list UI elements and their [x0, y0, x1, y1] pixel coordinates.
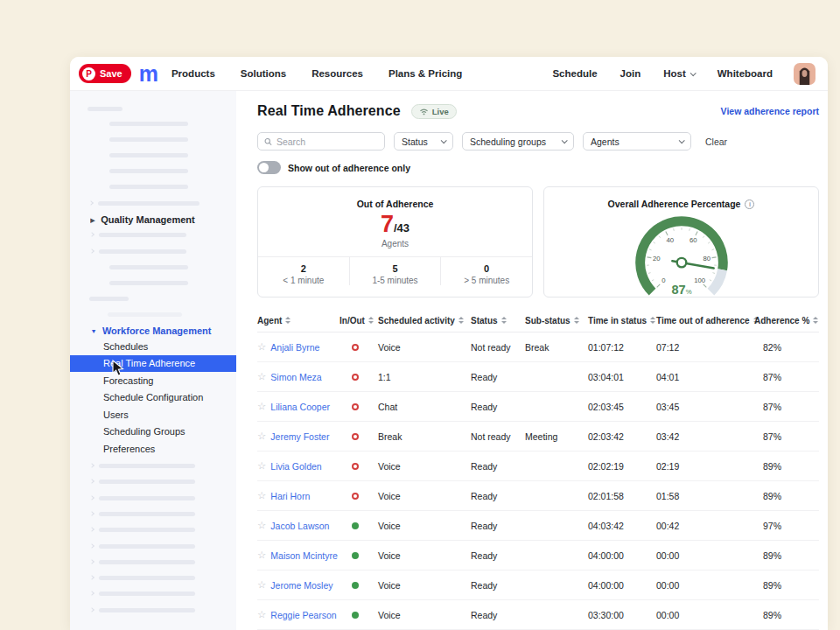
nav-item-products[interactable]: Products	[172, 68, 215, 79]
miro-logo[interactable]: m	[139, 63, 158, 85]
status-cell: Ready	[471, 402, 525, 412]
scheduled-activity-cell: Voice	[378, 521, 471, 531]
sidebar-item-scheduling-groups[interactable]: Scheduling Groups	[70, 424, 236, 441]
chevron-down-icon	[441, 137, 447, 144]
sidebar-section-quality-management[interactable]: ▶ Quality Management	[70, 213, 236, 227]
favorite-star-icon[interactable]: ☆	[257, 521, 266, 531]
favorite-star-icon[interactable]: ☆	[257, 610, 266, 620]
sidebar-item-preferences[interactable]: Preferences	[70, 440, 236, 458]
sidebar-item-forecasting[interactable]: Forecasting	[70, 372, 236, 389]
status-cell: Ready	[471, 491, 525, 501]
info-icon[interactable]: i	[745, 200, 754, 209]
table-row[interactable]: ☆ Maison Mcintyre Voice Ready 04:00:00 0…	[257, 541, 819, 570]
user-avatar[interactable]	[794, 63, 816, 85]
column-header-adherence[interactable]: Adherence %	[754, 316, 819, 326]
time-in-status-cell: 02:03:45	[588, 402, 656, 412]
table-row[interactable]: ☆ Jeremy Foster Break Not ready Meeting …	[257, 422, 819, 452]
table-row[interactable]: ☆ Hari Horn Voice Ready 02:01:58 01:58 8…	[257, 481, 819, 511]
nav-item-join[interactable]: Join	[620, 68, 641, 79]
nav-item-plans-pricing[interactable]: Plans & Pricing	[388, 68, 462, 79]
agent-name-link[interactable]: Liliana Cooper	[270, 402, 330, 412]
time-out-of-adherence-cell: 00:00	[656, 550, 754, 561]
sidebar-item-real-time-adherence[interactable]: Real Time Adherence	[70, 355, 236, 373]
table-row[interactable]: ☆ Livia Golden Voice Ready 02:02:19 02:1…	[257, 452, 819, 481]
sidebar-item-schedule-configuration[interactable]: Schedule Configuration	[70, 389, 236, 407]
column-header-status[interactable]: Status	[471, 316, 525, 326]
favorite-star-icon[interactable]: ☆	[257, 580, 266, 591]
sidebar: ▶ Quality Management ▼ Workforce Managem…	[70, 91, 236, 630]
column-header-in-out[interactable]: In/Out	[340, 316, 378, 326]
view-adherence-report-link[interactable]: View adherence report	[721, 106, 819, 116]
nav-item-whiteboard[interactable]: Whiteboard	[718, 68, 773, 79]
table-row[interactable]: ☆ Liliana Cooper Chat Ready 02:03:45 03:…	[257, 392, 819, 422]
svg-text:0: 0	[662, 276, 665, 284]
clear-filters-button[interactable]: Clear	[705, 136, 727, 147]
adherence-percent-cell: 87%	[754, 431, 819, 442]
agent-name-link[interactable]: Livia Golden	[270, 461, 321, 472]
favorite-star-icon[interactable]: ☆	[257, 342, 266, 353]
agent-name-link[interactable]: Jeremy Foster	[270, 431, 329, 442]
scheduled-activity-cell: Voice	[378, 610, 471, 620]
favorite-star-icon[interactable]: ☆	[257, 402, 266, 412]
agent-name-link[interactable]: Hari Horn	[270, 491, 310, 501]
skeleton-chevron	[89, 232, 94, 237]
sidebar-item-users[interactable]: Users	[70, 406, 236, 424]
skeleton-bar	[109, 265, 188, 270]
time-out-of-adherence-cell: 00:00	[656, 580, 754, 591]
skeleton-chevron	[89, 479, 94, 484]
in-out-status-dot	[352, 463, 359, 470]
nav-item-schedule[interactable]: Schedule	[552, 68, 597, 79]
sidebar-item-schedules[interactable]: Schedules	[70, 338, 236, 355]
status-cell: Ready	[471, 580, 525, 591]
skeleton-bar	[99, 544, 195, 549]
favorite-star-icon[interactable]: ☆	[257, 461, 266, 472]
favorite-star-icon[interactable]: ☆	[257, 491, 266, 501]
table-row[interactable]: ☆ Simon Meza 1:1 Ready 03:04:01 04:01 87…	[257, 362, 819, 392]
nav-item-resources[interactable]: Resources	[312, 68, 363, 79]
agent-name-link[interactable]: Reggie Pearson	[270, 610, 336, 620]
table-row[interactable]: ☆ Jacob Lawson Voice Ready 04:03:42 00:4…	[257, 511, 819, 541]
favorite-star-icon[interactable]: ☆	[257, 431, 266, 442]
time-in-status-cell: 03:30:00	[588, 610, 656, 620]
agent-name-link[interactable]: Jerome Mosley	[270, 580, 332, 591]
time-out-of-adherence-cell: 04:01	[656, 372, 754, 382]
scheduling-groups-dropdown[interactable]: Scheduling groups	[462, 132, 574, 150]
favorite-star-icon[interactable]: ☆	[257, 550, 266, 561]
in-out-status-dot	[352, 552, 359, 559]
adherence-percent-cell: 89%	[754, 461, 819, 472]
scheduled-activity-cell: Voice	[378, 491, 471, 501]
main-content: Real Time Adherence Live View adherence …	[236, 91, 828, 630]
table-row[interactable]: ☆ Anjali Byrne Voice Not ready Break 01:…	[257, 332, 819, 362]
agent-name-link[interactable]: Simon Meza	[270, 372, 321, 382]
agent-name-link[interactable]: Maison Mcintyre	[270, 550, 337, 561]
skeleton-chevron	[89, 592, 94, 597]
out-of-adherence-card: Out of Adherence 7 /43 Agents 2 < 1 minu…	[257, 186, 533, 298]
adherence-percent-cell: 87%	[754, 402, 819, 412]
skeleton-chevron	[89, 575, 94, 580]
adherence-percent-cell: 89%	[754, 550, 819, 561]
status-dropdown[interactable]: Status	[394, 132, 453, 150]
nav-item-host[interactable]: Host	[663, 68, 695, 79]
skeleton-chevron	[89, 248, 94, 254]
in-out-status-dot	[352, 522, 359, 529]
agents-table: AgentIn/OutScheduled activityStatusSub-s…	[257, 309, 819, 630]
pinterest-save-button[interactable]: P Save	[79, 64, 131, 83]
search-input[interactable]	[276, 136, 378, 147]
agents-dropdown[interactable]: Agents	[583, 132, 691, 150]
column-header-scheduled-activity[interactable]: Scheduled activity	[378, 316, 471, 326]
table-row[interactable]: ☆ Jerome Mosley Voice Ready 04:00:00 00:…	[257, 570, 819, 600]
column-header-agent[interactable]: Agent	[257, 316, 340, 326]
sidebar-section-workforce-management[interactable]: ▼ Workforce Management	[70, 324, 236, 338]
agent-name-link[interactable]: Anjali Byrne	[270, 342, 319, 353]
column-header-time-out-of-adherence[interactable]: Time out of adherence	[656, 316, 754, 326]
table-row[interactable]: ☆ Reggie Pearson Voice Ready 03:30:00 00…	[257, 600, 819, 630]
nav-item-solutions[interactable]: Solutions	[241, 68, 286, 79]
out-of-adherence-toggle[interactable]	[257, 161, 281, 174]
scheduled-activity-cell: 1:1	[378, 372, 471, 382]
favorite-star-icon[interactable]: ☆	[257, 372, 266, 382]
agent-name-link[interactable]: Jacob Lawson	[270, 521, 329, 531]
column-header-time-in-status[interactable]: Time in status	[588, 316, 656, 326]
toggle-label: Show out of adherence only	[288, 163, 410, 173]
page-title: Real Time Adherence	[257, 103, 401, 119]
column-header-sub-status[interactable]: Sub-status	[525, 316, 588, 326]
